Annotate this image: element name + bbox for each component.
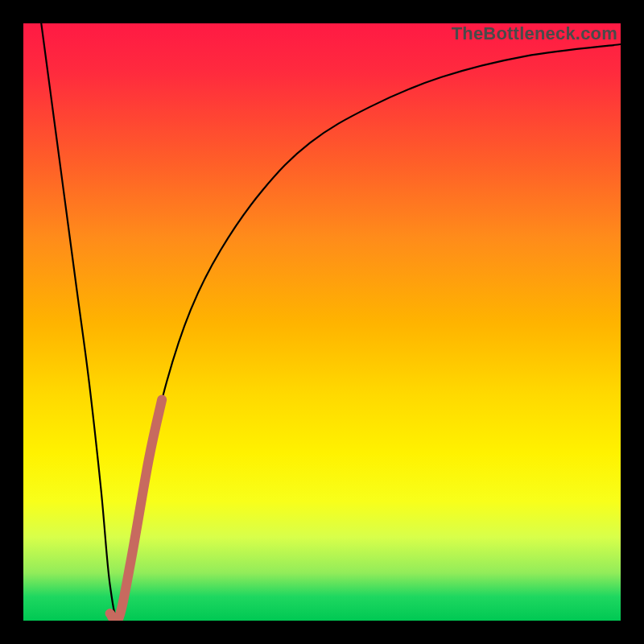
chart-frame: TheBottleneck.com bbox=[0, 0, 644, 644]
highlight-segment bbox=[110, 399, 163, 621]
plot-area: TheBottleneck.com bbox=[23, 23, 621, 621]
curve-layer bbox=[23, 23, 621, 621]
bottleneck-curve bbox=[41, 23, 621, 618]
